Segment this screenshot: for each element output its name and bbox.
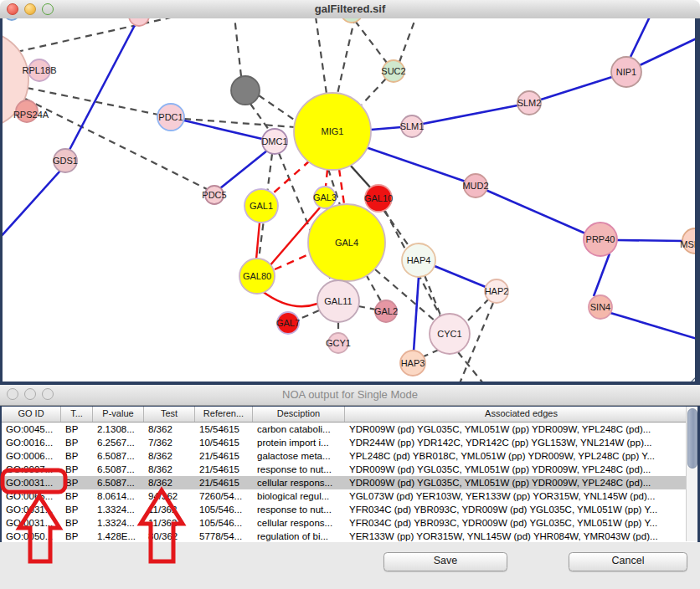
node-HAP2[interactable]	[485, 279, 508, 303]
cell-type: BP	[61, 423, 93, 436]
node-GAL80[interactable]	[239, 259, 275, 294]
cell-type: BP	[61, 530, 93, 543]
network-edge	[541, 77, 612, 100]
cell-type: BP	[61, 516, 93, 530]
node-PDC1[interactable]	[157, 104, 184, 131]
noa-window-titlebar[interactable]: NOA output for Single Mode	[0, 385, 700, 406]
network-edge	[594, 254, 610, 296]
network-edge	[339, 169, 344, 204]
node-GAL1[interactable]	[244, 189, 278, 223]
node-SLM1[interactable]	[401, 115, 423, 137]
cell-associated_edges: YFR034C (pd) YBR093C, YDR009W (pd) YGL03…	[345, 503, 697, 516]
node-SIN4[interactable]	[589, 295, 612, 319]
network-window-titlebar[interactable]: galFiltered.sif	[0, 0, 700, 19]
network-edge	[259, 95, 296, 121]
cell-reference: 21/54615	[195, 449, 253, 463]
table-row[interactable]: GO:0031...BP1.3324...11/362105/546...res…	[2, 503, 697, 516]
column-header-p_value[interactable]: P-value	[93, 407, 144, 422]
column-header-test[interactable]: Test	[144, 407, 195, 422]
table-row[interactable]: GO:0031...BP1.3324...11/362105/546...cel…	[2, 516, 697, 530]
cell-go_id: GO:0031...	[2, 476, 61, 489]
table-row[interactable]: GO:0007...BP6.5087...8/36221/54615respon…	[2, 463, 697, 476]
node-GAL7[interactable]	[277, 312, 299, 334]
network-edge	[184, 119, 295, 127]
table-body: GO:0045...BP2.1308...8/36215/54615carbon…	[2, 423, 697, 543]
table-row[interactable]: GO:0006...BP6.5087...8/36221/54615galact…	[2, 449, 697, 463]
cell-p_value: 1.428E...	[93, 530, 144, 543]
network-edge	[337, 18, 355, 94]
column-header-type[interactable]: T...	[61, 407, 93, 422]
table-row[interactable]: GO:0031...BP6.5087...8/36221/54615cellul…	[2, 476, 697, 489]
cell-go_id: GO:0006...	[2, 449, 61, 463]
node-GAL4[interactable]	[308, 204, 385, 281]
network-edge	[256, 223, 260, 259]
cell-go_id: GO:0065...	[2, 489, 61, 503]
node-MUD2[interactable]	[464, 174, 487, 197]
node-DMC1[interactable]	[262, 129, 287, 154]
node-top-pink[interactable]	[129, 18, 149, 26]
cell-test: 8/362	[144, 423, 195, 436]
node-SUC2[interactable]	[383, 60, 404, 82]
column-header-description[interactable]: Desciption	[253, 407, 345, 422]
network-edge	[424, 350, 439, 356]
column-header-associated_edges[interactable]: Associated edges	[345, 407, 697, 422]
node-RPL18B[interactable]	[28, 59, 50, 81]
network-edge	[272, 161, 310, 194]
node-SLM2[interactable]	[517, 91, 541, 115]
cell-associated_edges: YPL248C (pd) YBR018C, YML051W (pp) YDR00…	[345, 449, 697, 463]
table-row[interactable]: GO:0016...BP6.2567...7/36210/54615protei…	[2, 436, 697, 449]
table-row[interactable]: GO:0065...BP8.0614...94/3627260/54...bio…	[2, 489, 697, 503]
network-edge	[184, 120, 262, 139]
cell-test: 80/362	[144, 530, 195, 543]
node-GDS1[interactable]	[54, 149, 77, 172]
cell-test: 11/362	[144, 516, 195, 530]
table-row[interactable]: GO:0045...BP2.1308...8/36215/54615carbon…	[2, 423, 697, 436]
node-GAL3[interactable]	[314, 187, 336, 208]
scrollbar-thumb[interactable]	[687, 408, 697, 469]
network-edge	[349, 164, 372, 189]
node-frag-topleft[interactable]	[4, 18, 19, 20]
node-GCY1[interactable]	[328, 333, 348, 353]
network-edge	[326, 170, 327, 187]
node-GAL11[interactable]	[317, 280, 359, 322]
cancel-button[interactable]: Cancel	[569, 552, 687, 571]
node-GAL10[interactable]	[365, 185, 392, 212]
node-MIG1[interactable]	[294, 93, 371, 170]
cell-description: cellular respons...	[253, 516, 345, 530]
network-edge	[298, 310, 319, 320]
node-PDC5[interactable]	[205, 186, 224, 204]
cell-reference: 21/54615	[195, 476, 253, 489]
cell-description: response to nut...	[253, 503, 345, 516]
cell-p_value: 6.2567...	[93, 436, 144, 449]
column-header-go_id[interactable]: GO ID	[2, 407, 61, 422]
screen: galFiltered.sif RPL18BRPS24AGDS1PDC1PDC5…	[0, 0, 700, 589]
network-canvas[interactable]: RPL18BRPS24AGDS1PDC1PDC5MIG1DMC1SLM1SUC2…	[0, 18, 700, 385]
network-edge	[358, 306, 376, 310]
network-edge	[27, 88, 158, 115]
cell-test: 8/362	[144, 463, 195, 476]
node-NIP1[interactable]	[611, 57, 641, 87]
cell-p_value: 1.3324...	[93, 503, 144, 516]
cell-reference: 5778/54...	[195, 530, 253, 543]
cell-go_id: GO:0050...	[2, 530, 61, 543]
cell-go_id: GO:0031...	[2, 503, 61, 516]
cell-type: BP	[61, 449, 93, 463]
table-scrollbar[interactable]	[686, 407, 697, 541]
cell-p_value: 6.5087...	[93, 449, 144, 463]
network-edge	[631, 18, 650, 57]
node-top-green[interactable]	[341, 18, 363, 23]
node-HAP4[interactable]	[402, 243, 435, 277]
save-button[interactable]: Save	[383, 552, 507, 571]
cell-description: protein import i...	[253, 436, 345, 449]
node-CYC1[interactable]	[430, 314, 470, 354]
node-GAL2[interactable]	[375, 300, 397, 322]
node-RPS24A[interactable]	[16, 100, 38, 122]
column-header-reference[interactable]: Referen...	[195, 407, 253, 422]
node-HAP3[interactable]	[400, 351, 425, 376]
cell-reference: 7260/54...	[195, 489, 253, 503]
cell-reference: 105/546...	[195, 503, 253, 516]
network-edge	[17, 18, 174, 52]
node-PRP40[interactable]	[584, 223, 617, 256]
table-row[interactable]: GO:0050...BP1.428E...80/3625778/54...reg…	[2, 530, 697, 543]
node-gray-node[interactable]	[231, 76, 260, 105]
